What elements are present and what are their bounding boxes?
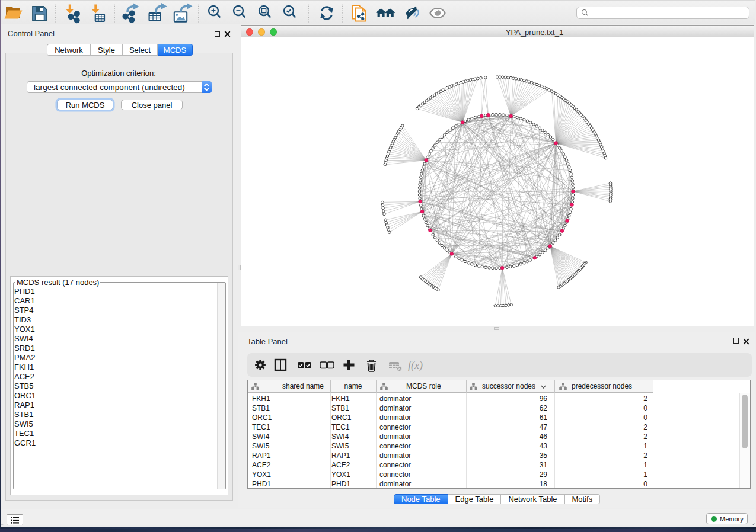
svg-text:f(x): f(x) <box>408 360 423 372</box>
